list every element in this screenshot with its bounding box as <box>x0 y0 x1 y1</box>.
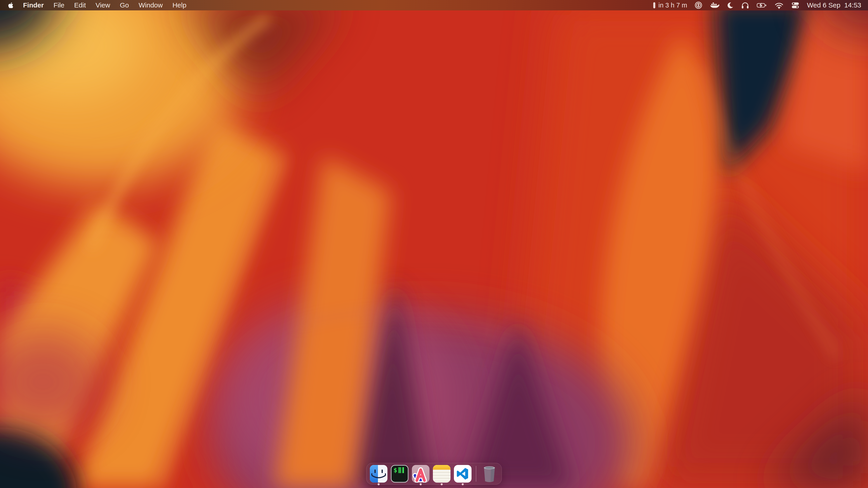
trash-can <box>480 465 498 483</box>
docker-icon <box>710 2 719 9</box>
arc-browser-icon <box>412 465 430 483</box>
status-control-center[interactable] <box>791 0 800 10</box>
status-audio[interactable] <box>741 0 749 10</box>
finder-icon <box>370 465 388 483</box>
dock: $ <box>366 463 502 485</box>
running-indicator <box>378 483 380 485</box>
wallpaper <box>0 0 868 488</box>
notes-icon <box>433 465 451 483</box>
dock-separator <box>476 466 476 482</box>
timer-pill-icon <box>653 2 655 8</box>
status-battery[interactable] <box>756 0 767 10</box>
clock-date: Wed 6 Sep <box>807 1 840 9</box>
terminal-icon: $ <box>391 465 408 483</box>
status-timer[interactable]: in 3 h 7 m <box>653 0 687 10</box>
menu-bar-status: in 3 h 7 m <box>653 0 868 10</box>
timer-label: in 3 h 7 m <box>658 2 687 9</box>
desktop: Finder File Edit View Go Window Help in … <box>0 0 868 488</box>
running-indicator <box>441 483 443 485</box>
finder-face <box>370 465 388 483</box>
menu-edit[interactable]: Edit <box>74 0 86 10</box>
active-app-menu[interactable]: Finder <box>23 0 44 10</box>
dock-item-trash[interactable] <box>480 465 498 483</box>
terminal-cursor-thin <box>402 467 404 473</box>
menu-file[interactable]: File <box>54 0 64 10</box>
focus-moon-icon <box>727 2 734 9</box>
apple-logo-icon <box>8 2 13 8</box>
dock-item-vscode[interactable] <box>454 465 471 483</box>
status-wifi[interactable] <box>774 0 784 10</box>
battery-charging-icon <box>756 2 767 8</box>
vscode-logo <box>457 468 469 480</box>
menu-bar: Finder File Edit View Go Window Help in … <box>0 0 868 10</box>
menu-help[interactable]: Help <box>173 0 186 10</box>
menu-bar-clock[interactable]: Wed 6 Sep 14:53 <box>807 0 861 10</box>
terminal-cursor <box>398 467 401 473</box>
arc-logo <box>412 465 430 483</box>
trash-icon <box>480 465 498 483</box>
running-indicator <box>420 483 422 485</box>
menu-view[interactable]: View <box>96 0 110 10</box>
headphones-icon <box>741 2 749 9</box>
dock-item-notes[interactable] <box>433 465 451 483</box>
vscode-icon <box>454 465 471 483</box>
clock-time: 14:53 <box>844 1 861 9</box>
dock-item-finder[interactable] <box>370 465 388 483</box>
menu-window[interactable]: Window <box>138 0 163 10</box>
dock-item-terminal[interactable]: $ <box>391 465 408 483</box>
menu-bar-left: Finder File Edit View Go Window Help <box>0 0 186 10</box>
control-center-icon <box>791 2 800 9</box>
wifi-icon <box>774 2 784 9</box>
1password-icon <box>694 1 702 9</box>
status-docker[interactable] <box>710 0 719 10</box>
apple-menu[interactable] <box>8 0 13 10</box>
dock-item-arc[interactable] <box>412 465 430 483</box>
running-indicator <box>462 483 464 485</box>
notes-ruled-lines <box>433 470 451 483</box>
notes-header-band <box>433 465 451 470</box>
status-focus[interactable] <box>727 0 734 10</box>
terminal-prompt: $ <box>394 467 397 473</box>
menu-go[interactable]: Go <box>120 0 129 10</box>
status-1password[interactable] <box>694 0 702 10</box>
